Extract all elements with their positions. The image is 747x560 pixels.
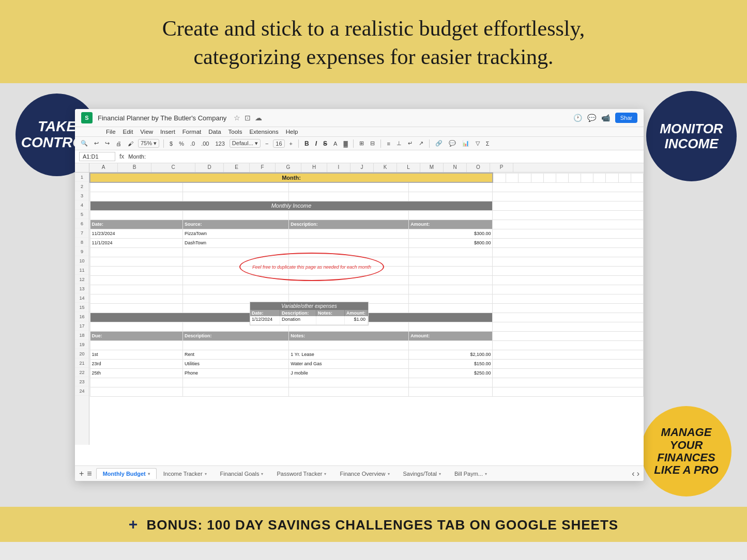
chart-tool[interactable]: 📊 — [461, 139, 471, 148]
text-color-tool[interactable]: A — [332, 139, 339, 148]
cell-reference[interactable]: A1:D1 — [79, 152, 115, 161]
cell-rest-7[interactable] — [493, 229, 644, 238]
meet-icon[interactable]: 📹 — [601, 114, 610, 122]
fixed-notes-3[interactable]: J mobile — [289, 368, 409, 378]
redo-tool[interactable]: ↪ — [103, 139, 111, 148]
menu-view[interactable]: View — [140, 129, 153, 135]
cell-l1[interactable] — [581, 173, 593, 182]
fixed-desc-2[interactable]: Utilities — [183, 359, 289, 368]
cell-b5[interactable] — [183, 210, 289, 220]
fixed-due-3[interactable]: 25th — [90, 368, 183, 378]
cell-k1[interactable] — [569, 173, 581, 182]
link-tool[interactable]: 🔗 — [434, 139, 444, 148]
var-date-1[interactable]: 1/12/2024 — [250, 316, 280, 324]
tab-financial-goals[interactable]: Financial Goals ▾ — [214, 468, 270, 479]
cell-m1[interactable] — [593, 173, 606, 182]
currency-tool[interactable]: $ — [168, 139, 174, 148]
income-source-1[interactable]: PizzaTown — [183, 229, 289, 238]
highlight-color-tool[interactable]: ▓ — [342, 139, 349, 148]
history-icon[interactable]: 🕐 — [573, 114, 582, 122]
cell-a5[interactable] — [90, 210, 183, 220]
fixed-amount-2[interactable]: $150.00 — [409, 359, 493, 368]
valign-tool[interactable]: ⊥ — [395, 139, 403, 148]
print-tool[interactable]: 🖨 — [114, 139, 123, 148]
cell-a2[interactable] — [90, 182, 183, 192]
comment-add-tool[interactable]: 💬 — [447, 139, 458, 148]
income-source-2[interactable]: DashTown — [183, 238, 289, 247]
menu-file[interactable]: File — [106, 129, 116, 135]
tab-finance-overview-arrow[interactable]: ▾ — [388, 472, 390, 476]
menu-insert[interactable]: Insert — [160, 129, 175, 135]
income-date-1[interactable]: 11/23/2024 — [90, 229, 183, 238]
income-amount-2[interactable]: $800.00 — [409, 238, 493, 247]
border-tool[interactable]: ⊞ — [358, 139, 365, 148]
cell-f1[interactable] — [506, 173, 519, 182]
menu-help[interactable]: Help — [286, 129, 298, 135]
tab-income-tracker-arrow[interactable]: ▾ — [205, 472, 207, 476]
cell-a3[interactable] — [90, 192, 183, 201]
font-size-display[interactable]: 16 — [273, 139, 284, 148]
fixed-desc-1[interactable]: Rent — [183, 350, 289, 359]
cell-p1[interactable] — [631, 173, 643, 182]
fixed-due-1[interactable]: 1st — [90, 350, 183, 359]
cell-e1[interactable] — [493, 173, 506, 182]
fixed-amount-3[interactable]: $250.00 — [409, 368, 493, 378]
cell-rest-22[interactable] — [493, 368, 644, 378]
cell-rest-2[interactable] — [493, 182, 644, 192]
fixed-notes-1[interactable]: 1 Yr. Lease — [289, 350, 409, 359]
formula-content[interactable]: Month: — [128, 153, 146, 160]
tab-nav-next[interactable]: › — [637, 469, 639, 478]
folder-icon[interactable]: ⊡ — [245, 114, 251, 122]
cell-o1[interactable] — [618, 173, 631, 182]
font-size-decrease-tool[interactable]: − — [264, 139, 270, 148]
fixed-amount-1[interactable]: $2,100.00 — [409, 350, 493, 359]
cell-rest-16[interactable] — [493, 313, 644, 322]
number-format-tool[interactable]: 123 — [214, 139, 226, 148]
tab-bill-payments-arrow[interactable]: ▾ — [485, 472, 487, 476]
rotate-tool[interactable]: ↗ — [417, 139, 425, 148]
filter-tool[interactable]: ▽ — [474, 139, 481, 148]
cell-rest-20[interactable] — [493, 350, 644, 359]
functions-tool[interactable]: Σ — [484, 139, 491, 148]
cell-rest-8[interactable] — [493, 238, 644, 247]
cell-i1[interactable] — [543, 173, 556, 182]
var-amount-1[interactable]: $1.00 — [345, 316, 368, 324]
tab-monthly-budget-arrow[interactable]: ▾ — [148, 472, 150, 476]
decimal-down-tool[interactable]: .0 — [189, 139, 196, 148]
percent-tool[interactable]: % — [177, 139, 186, 148]
zoom-select[interactable]: 75% ▾ — [138, 139, 159, 148]
tab-income-tracker[interactable]: Income Tracker ▾ — [157, 468, 214, 479]
menu-extensions[interactable]: Extensions — [249, 129, 278, 135]
cell-h1[interactable] — [531, 173, 543, 182]
cell-c5[interactable] — [289, 210, 409, 220]
share-button[interactable]: Shar — [615, 113, 637, 123]
tab-financial-goals-arrow[interactable]: ▾ — [261, 472, 263, 476]
tab-password-tracker-arrow[interactable]: ▾ — [324, 472, 326, 476]
cell-b2[interactable] — [183, 182, 289, 192]
tab-bill-payments[interactable]: Bill Paym... ▾ — [448, 468, 494, 479]
cell-d3[interactable] — [409, 192, 493, 201]
var-desc-1[interactable]: Donation — [280, 316, 316, 324]
star-icon[interactable]: ☆ — [234, 114, 240, 122]
cloud-icon[interactable]: ☁ — [255, 114, 262, 122]
income-desc-2[interactable] — [289, 238, 409, 247]
paint-format-tool[interactable]: 🖌 — [126, 139, 135, 148]
fixed-notes-2[interactable]: Water and Gas — [289, 359, 409, 368]
cell-d2[interactable] — [409, 182, 493, 192]
tab-savings-total-arrow[interactable]: ▾ — [439, 472, 441, 476]
cell-g1[interactable] — [519, 173, 531, 182]
cell-rest-18[interactable] — [493, 331, 644, 340]
add-sheet-button[interactable]: + — [79, 469, 84, 478]
cell-b3[interactable] — [183, 192, 289, 201]
menu-data[interactable]: Data — [208, 129, 221, 135]
cell-c2[interactable] — [289, 182, 409, 192]
sheet-menu-button[interactable]: ≡ — [87, 469, 92, 478]
decimal-up-tool[interactable]: .00 — [200, 139, 210, 148]
month-cell[interactable]: Month: — [90, 173, 493, 182]
comment-icon[interactable]: 💬 — [587, 114, 596, 122]
tab-password-tracker[interactable]: Password Tracker ▾ — [270, 468, 333, 479]
tab-monthly-budget[interactable]: Monthly Budget ▾ — [96, 468, 157, 479]
cell-rest-21[interactable] — [493, 359, 644, 368]
cell-n1[interactable] — [606, 173, 618, 182]
income-amount-1[interactable]: $300.00 — [409, 229, 493, 238]
